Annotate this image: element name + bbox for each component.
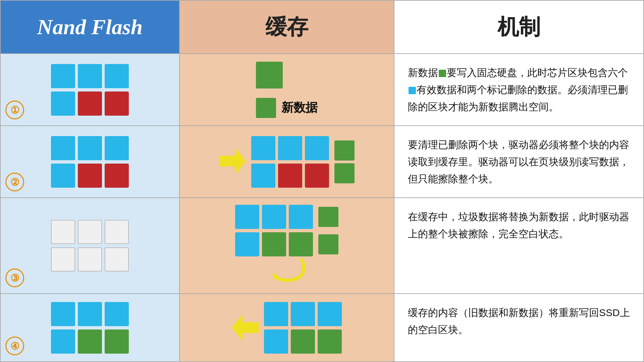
block-white [78, 247, 102, 272]
row1-mechanism-cell: 新数据要写入固态硬盘，此时芯片区块包含六个有效数据和两个标记删除的数据。必须清理… [394, 54, 643, 126]
block [278, 136, 302, 160]
step4-circle: ④ [5, 337, 24, 355]
block [105, 136, 129, 160]
row2-mechanism-text: 要清理已删除两个块，驱动器必须将整个块的内容读取到缓存里。驱动器可以在页块级别读… [408, 136, 630, 187]
row4-cache-bottom [264, 329, 342, 354]
row4-nand-top [51, 302, 129, 326]
row4-nand-bottom [51, 329, 129, 354]
row4-nand-cell: ④ [1, 294, 180, 361]
block [305, 164, 329, 188]
row2-cache-right [334, 140, 355, 183]
block [262, 205, 286, 229]
block [105, 92, 129, 116]
row2-cache-content [219, 136, 355, 188]
row2-nand-cell: ② [1, 126, 180, 198]
arrow-right-icon [219, 148, 246, 175]
block-white [78, 220, 102, 244]
row3-mechanism-cell: 在缓存中，垃圾数据将替换为新数据，此时驱动器上的整个块被擦除，完全空白状态。 [394, 198, 643, 294]
block [78, 302, 102, 326]
row1-nand-bottom-grid [51, 92, 129, 116]
legend-green-square [256, 98, 276, 118]
block [78, 164, 102, 188]
header-nand-text: Nand Flash [37, 15, 143, 40]
legend: 新数据 [256, 98, 318, 118]
row1-cache-cell: 新数据 [180, 54, 394, 126]
block-white [51, 220, 75, 244]
row1-nand-top-grid [51, 64, 129, 88]
row3-cache-bottom [235, 232, 313, 256]
step1-circle: ① [5, 101, 24, 119]
block [51, 64, 75, 88]
row3-cache-top-row [235, 205, 338, 229]
row3-nand-top [51, 220, 129, 244]
row3-nand-cell: ③ [1, 198, 180, 294]
row2-cache-cell [180, 126, 394, 198]
block [318, 329, 342, 354]
row4-nand-grids [51, 302, 129, 354]
block [51, 136, 75, 160]
inline-green-sq [439, 70, 446, 77]
block-white [105, 247, 129, 272]
row2-cache-bottom [251, 164, 329, 188]
row4-cache-grids [264, 302, 342, 354]
block-green [318, 207, 338, 227]
step2-circle: ② [5, 173, 24, 191]
legend-label: 新数据 [281, 100, 318, 116]
row4-cache-content [232, 302, 342, 354]
row3-nand-bottom [51, 247, 129, 272]
block [262, 232, 286, 256]
block [235, 232, 259, 256]
row4-mechanism-text: 缓存的内容（旧数据和新数据）将重新写回SSD上的空白区块。 [408, 304, 630, 338]
header-cache-text: 缓存 [265, 12, 308, 42]
row2-mechanism-cell: 要清理已删除两个块，驱动器必须将整个块的内容读取到缓存里。驱动器可以在页块级别读… [394, 126, 643, 198]
block [105, 329, 129, 354]
row1-mechanism-text: 新数据要写入固态硬盘，此时芯片区块包含六个有效数据和两个标记删除的数据。必须清理… [408, 64, 630, 115]
block [278, 164, 302, 188]
row4-mechanism-cell: 缓存的内容（旧数据和新数据）将重新写回SSD上的空白区块。 [394, 294, 643, 361]
block [291, 329, 315, 354]
block [264, 329, 288, 354]
block [51, 164, 75, 188]
block-white [105, 220, 129, 244]
curved-arrow-icon [265, 256, 309, 287]
row2-cache-top [251, 136, 329, 160]
row3-nand-grids [51, 220, 129, 272]
block [105, 164, 129, 188]
header-mechanism-text: 机制 [497, 12, 540, 42]
block [251, 164, 275, 188]
block [305, 136, 329, 160]
row2-cache-main-grid [251, 136, 329, 188]
block [78, 92, 102, 116]
block-white [51, 247, 75, 272]
block [51, 92, 75, 116]
row3-cache-content [186, 205, 387, 287]
block [289, 205, 313, 229]
row2-nand-content [51, 136, 129, 188]
row2-nand-grids [51, 136, 129, 188]
block-green [334, 140, 355, 161]
block [235, 205, 259, 229]
row3-cache-top [235, 205, 313, 229]
row1-nand-blocks [51, 64, 129, 116]
row4-cache-top [264, 302, 342, 326]
row3-mechanism-text: 在缓存中，垃圾数据将替换为新数据，此时驱动器上的整个块被擦除，完全空白状态。 [408, 208, 630, 242]
block [105, 64, 129, 88]
header-mechanism: 机制 [394, 1, 643, 54]
new-data-block [256, 62, 283, 88]
block-green [334, 163, 355, 183]
block [264, 302, 288, 326]
block [291, 302, 315, 326]
row2-arrow-area [219, 148, 246, 176]
block [105, 302, 129, 326]
row1-nand-cell: ① [1, 54, 180, 126]
inline-blue-sq [409, 87, 416, 94]
block [318, 302, 342, 326]
row2-nand-bottom [51, 164, 129, 188]
main-table: Nand Flash 缓存 机制 ① 新数据 [0, 0, 644, 362]
block [78, 136, 102, 160]
row3-cache-bottom-row [235, 232, 338, 256]
arrow-left-icon [232, 314, 259, 341]
step3-circle: ③ [5, 268, 24, 287]
block [51, 302, 75, 326]
block [51, 329, 75, 354]
